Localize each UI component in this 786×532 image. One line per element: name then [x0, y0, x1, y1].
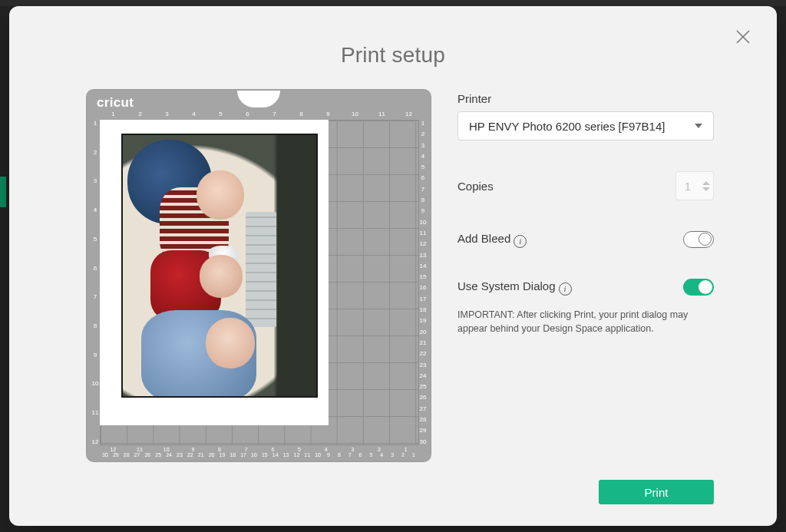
system-dialog-toggle[interactable] [683, 279, 714, 296]
print-sheet [100, 120, 329, 425]
ruler-left: 123456789101112 [91, 120, 100, 445]
add-bleed-toggle[interactable] [683, 231, 714, 248]
info-icon[interactable]: i [514, 235, 527, 248]
chevron-down-icon [695, 124, 702, 128]
stepper-up-icon[interactable] [702, 181, 710, 185]
toggle-knob [698, 233, 712, 246]
mat-preview: cricut 123456789101112 123456789101112 1… [86, 89, 431, 462]
mat-brand-label: cricut [97, 95, 134, 111]
photo-fg-shape [196, 170, 244, 220]
info-icon[interactable]: i [559, 283, 572, 296]
printer-select-value: HP ENVY Photo 6200 series [F97B14] [469, 120, 665, 133]
copies-value: 1 [676, 180, 699, 193]
copies-stepper[interactable]: 1 [675, 171, 714, 200]
add-bleed-label-text: Add Bleed [457, 232, 510, 245]
photo-bg-shutter [246, 212, 276, 327]
print-setup-modal: Print setup cricut 123456789101112 12345… [9, 6, 777, 526]
system-dialog-note: IMPORTANT: After clicking Print, your pr… [457, 308, 711, 335]
close-icon [734, 35, 752, 48]
app-topbar [0, 0, 786, 6]
close-button[interactable] [734, 28, 752, 46]
system-dialog-label-text: Use System Dialog [457, 279, 556, 292]
print-options-panel: Printer HP ENVY Photo 6200 series [F97B1… [457, 89, 714, 462]
modal-title: Print setup [9, 43, 777, 68]
ruler-right: 1234567891011121314151617181920212223242… [418, 120, 428, 445]
photo-fg-shape [200, 255, 243, 298]
system-dialog-label: Use System Dialogi [457, 279, 572, 296]
background-accent [0, 177, 6, 207]
copies-label: Copies [457, 180, 494, 193]
add-bleed-label: Add Bleedi [457, 232, 527, 248]
mat-hanger-notch [237, 91, 280, 107]
photo-frame [121, 134, 318, 398]
stepper-down-icon[interactable] [702, 187, 710, 191]
photo-placeholder [123, 135, 316, 396]
ruler-bottom: 121110987654321 302928272625242322212019… [100, 447, 419, 458]
ruler-top: 123456789101112 [100, 111, 422, 117]
printer-label: Printer [457, 92, 714, 105]
toggle-knob [698, 280, 712, 294]
printer-select[interactable]: HP ENVY Photo 6200 series [F97B14] [457, 111, 714, 140]
photo-fg-shape [206, 318, 255, 368]
print-button[interactable]: Print [599, 480, 714, 504]
